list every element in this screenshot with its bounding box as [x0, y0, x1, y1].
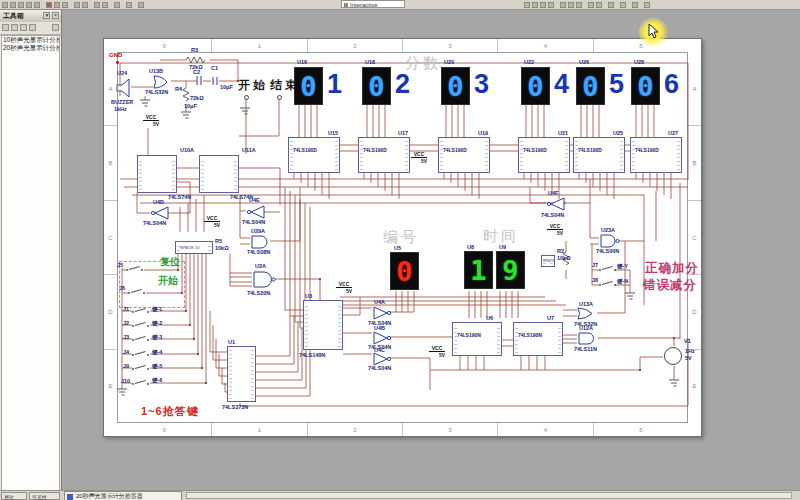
encoder-chip[interactable]	[303, 300, 343, 350]
counter-chip[interactable]: 74LS190D	[438, 137, 490, 173]
rpack-chip[interactable]: RPACK	[541, 255, 555, 267]
toolbar-icon[interactable]	[2, 2, 8, 8]
switch[interactable]	[132, 364, 149, 373]
sim-toolbar-icon[interactable]	[596, 2, 602, 8]
seven-seg-display[interactable]: 0	[362, 67, 391, 105]
time-display-ones[interactable]: 9	[496, 251, 525, 289]
and-gate[interactable]	[250, 235, 272, 249]
sim-toolbar-icon[interactable]	[560, 2, 566, 8]
latch-chip[interactable]	[227, 346, 256, 402]
interactive-dropdown[interactable]: Interactive	[341, 0, 405, 8]
time-display-tens[interactable]: 1	[464, 251, 493, 289]
or-gate[interactable]	[153, 75, 173, 89]
counter-chip[interactable]: 74LS190D	[518, 137, 570, 173]
toolbar-icon[interactable]	[34, 2, 40, 8]
toolbar-icon[interactable]	[126, 2, 132, 8]
sim-toolbar-icon[interactable]	[620, 2, 626, 8]
and-gate[interactable]	[577, 332, 599, 345]
seven-seg-display[interactable]: 0	[631, 67, 660, 105]
close-icon[interactable]: ×	[52, 12, 59, 19]
resistor-ref: R4	[175, 86, 182, 92]
toolbar-icon[interactable]	[26, 2, 32, 8]
end-terminal[interactable]	[277, 95, 282, 100]
toolbar-icon[interactable]	[74, 2, 80, 8]
interactive-label: Interactive	[350, 2, 378, 8]
switch[interactable]	[132, 379, 149, 388]
sim-toolbar-icon[interactable]	[608, 2, 614, 8]
toolbar-icon[interactable]	[18, 2, 24, 8]
switch[interactable]	[599, 280, 616, 289]
tab-visibility[interactable]: 可见性	[29, 492, 60, 500]
or-gate[interactable]	[577, 307, 598, 320]
seven-seg-display[interactable]: 0	[576, 67, 605, 105]
switch-lever	[602, 281, 613, 285]
buzzer-icon[interactable]	[115, 78, 131, 98]
switch[interactable]	[599, 265, 616, 274]
flipflop-chip[interactable]	[199, 155, 239, 193]
switch[interactable]	[132, 335, 149, 344]
sim-toolbar-icon[interactable]	[548, 2, 554, 8]
toolbar-icon[interactable]	[102, 2, 108, 8]
counter-ref: U6	[486, 315, 493, 321]
not-gate[interactable]	[246, 205, 266, 219]
toolbar-icon[interactable]	[46, 2, 52, 8]
nand-gate[interactable]	[599, 234, 621, 248]
switch[interactable]	[132, 321, 149, 330]
toolbar-icon[interactable]	[138, 2, 144, 8]
counter-chip[interactable]: 74LS190D	[573, 137, 625, 173]
not-gate[interactable]	[372, 306, 392, 320]
toolbar-icon[interactable]	[114, 2, 120, 8]
not-gate[interactable]	[372, 331, 392, 345]
sim-toolbar-icon[interactable]	[576, 2, 582, 8]
toolbar-icon[interactable]	[54, 2, 60, 8]
switch[interactable]	[126, 265, 143, 274]
not-gate[interactable]	[150, 206, 170, 220]
toolbar-icon[interactable]	[10, 2, 16, 8]
counter-chip[interactable]: 74LS190N	[452, 322, 502, 356]
toolbox-icon[interactable]	[29, 24, 36, 31]
switch-contact	[599, 269, 601, 271]
not-gate[interactable]	[372, 352, 392, 366]
rpack-chip[interactable]: RPACK 10	[175, 241, 213, 254]
switch[interactable]	[132, 350, 149, 359]
sim-toolbar-icon[interactable]	[568, 2, 574, 8]
counter-chip[interactable]: 74LS190D	[358, 137, 410, 173]
switch[interactable]	[128, 288, 145, 297]
toolbar-icon[interactable]	[62, 2, 68, 8]
sim-toolbar-icon[interactable]	[644, 2, 650, 8]
toolbox-icon[interactable]	[20, 24, 27, 31]
switch-contact	[132, 383, 134, 385]
sim-toolbar-icon[interactable]	[540, 2, 546, 8]
start-terminal[interactable]	[244, 95, 249, 100]
sim-toolbar-icon[interactable]	[524, 2, 530, 8]
end-terminal-label: 结束	[270, 79, 300, 92]
chip-part-label: 74LS190D	[635, 147, 659, 153]
seven-seg-display[interactable]: 0	[441, 67, 470, 105]
sim-toolbar-icon[interactable]	[588, 2, 594, 8]
number-display[interactable]: 0	[390, 252, 419, 290]
toolbox-icon[interactable]	[52, 24, 59, 31]
not-gate[interactable]	[546, 197, 566, 211]
nand4-gate[interactable]	[252, 271, 277, 288]
sim-toolbar-icon[interactable]	[532, 2, 538, 8]
clock-source[interactable]	[664, 347, 682, 365]
counter-chip[interactable]: 74LS190D	[288, 137, 340, 173]
flipflop-chip[interactable]	[137, 155, 177, 193]
pin-button[interactable]: ▾	[43, 12, 50, 19]
toolbox-icon[interactable]	[11, 24, 18, 31]
tab-hierarchy[interactable]: 层次	[1, 492, 27, 500]
toolbox-icon[interactable]	[2, 24, 9, 31]
cap-ref: C2	[193, 69, 200, 75]
vcc-symbol: VCC5V	[140, 114, 162, 127]
seven-seg-display[interactable]: 0	[521, 67, 550, 105]
toolbar-icon[interactable]	[94, 2, 100, 8]
sim-toolbar-icon[interactable]	[632, 2, 638, 8]
project-item[interactable]: 10秒声光显示计分抢	[2, 36, 59, 44]
counter-chip[interactable]: 74LS190D	[630, 137, 682, 173]
toolbar-icon[interactable]	[82, 2, 88, 8]
key-label: 键-2	[152, 320, 162, 326]
document-tab[interactable]: 20秒声光显示计分抢答器	[64, 491, 182, 500]
project-item[interactable]: 20秒声光显示计分抢	[2, 44, 59, 52]
counter-chip[interactable]: 74LS190N	[513, 322, 563, 356]
switch[interactable]	[132, 307, 149, 316]
